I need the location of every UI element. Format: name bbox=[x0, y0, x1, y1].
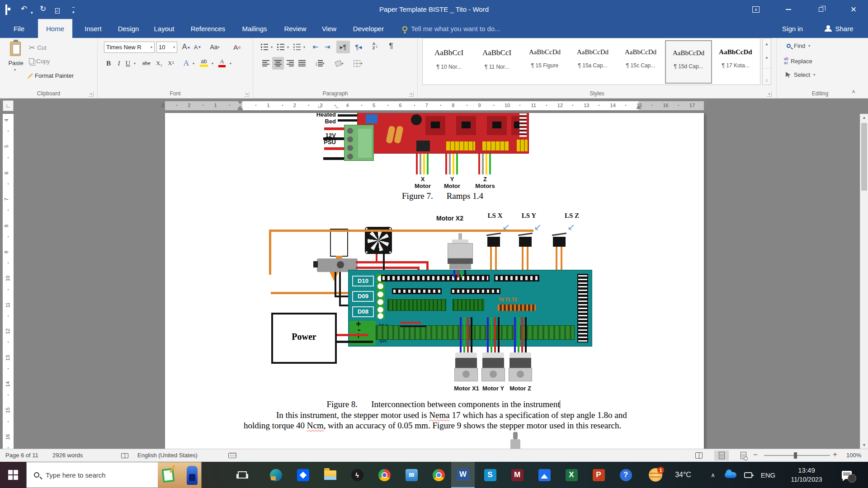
snagit-app[interactable]: S bbox=[478, 462, 502, 488]
tab-home[interactable]: Home bbox=[38, 19, 72, 38]
paragraph-dialog-launcher-icon[interactable]: ↘ bbox=[409, 92, 414, 97]
font-color-button[interactable]: A bbox=[217, 57, 227, 68]
weather-icon[interactable]: 1 bbox=[646, 462, 665, 488]
edge-app[interactable] bbox=[264, 462, 288, 488]
right-to-left-paragraph-button[interactable]: ¶◂ bbox=[352, 41, 365, 53]
tab-design[interactable]: Design bbox=[114, 19, 143, 38]
tab-mailings[interactable]: Mailings bbox=[236, 19, 273, 38]
figure7-caption[interactable]: Figure 7.Ramps 1.4 bbox=[244, 191, 642, 201]
notification-center-button[interactable] bbox=[835, 462, 858, 488]
show-paragraph-marks-button[interactable]: ¶ bbox=[385, 41, 397, 52]
bold-button[interactable]: B bbox=[104, 58, 113, 69]
taskbar-search-box[interactable]: Type here to search bbox=[26, 462, 202, 488]
macro-record-icon[interactable] bbox=[228, 453, 236, 460]
lightning-app[interactable]: ϟ bbox=[345, 462, 369, 488]
highlight-dropdown-icon[interactable]: ▾ bbox=[210, 58, 215, 69]
bullets-button[interactable] bbox=[259, 42, 269, 52]
scrollbar-thumb[interactable] bbox=[861, 123, 867, 191]
m-app[interactable]: M bbox=[505, 462, 529, 488]
select-button[interactable]: Select▾ bbox=[786, 71, 815, 78]
close-button[interactable]: × bbox=[839, 0, 868, 19]
replace-button[interactable]: abac Replace bbox=[784, 57, 812, 65]
first-line-indent-marker[interactable] bbox=[237, 101, 243, 104]
subscript-button[interactable]: X₂ bbox=[154, 58, 165, 69]
clipboard-dialog-launcher-icon[interactable]: ↘ bbox=[89, 92, 94, 97]
tab-view[interactable]: View bbox=[317, 19, 341, 38]
change-case-button[interactable]: Aa▾ bbox=[208, 42, 222, 52]
sort-button[interactable]: AZ ↓ bbox=[369, 41, 382, 52]
style-17-kota[interactable]: AaBbCcDd¶ 17 Kota... bbox=[713, 40, 758, 84]
temperature-label[interactable]: 34°C bbox=[669, 462, 697, 488]
ribbon-display-options-icon[interactable]: ∧ bbox=[741, 0, 770, 19]
underline-button[interactable]: U bbox=[124, 58, 132, 69]
clock-tray-button[interactable]: 13:49 11/10/2023 bbox=[780, 462, 833, 488]
increase-indent-button[interactable]: ⇥ bbox=[322, 42, 333, 52]
font-size-select[interactable]: 10▾ bbox=[156, 42, 177, 53]
numbering-button[interactable] bbox=[276, 42, 286, 52]
decrease-indent-button[interactable]: ⇤ bbox=[310, 42, 321, 52]
format-painter-button[interactable]: Format Painter bbox=[27, 72, 74, 79]
styles-dialog-launcher-icon[interactable]: ↘ bbox=[767, 92, 772, 97]
shrink-font-button[interactable]: A▼ bbox=[193, 42, 203, 52]
powerpoint-app[interactable]: P bbox=[587, 462, 610, 488]
style-11-normal[interactable]: AaBbCcI¶ 11 Nor... bbox=[473, 40, 520, 84]
styles-scroll-down-icon[interactable]: ▼ bbox=[763, 46, 771, 60]
language-tray-button[interactable]: ENG bbox=[758, 462, 778, 488]
clear-formatting-button[interactable]: A◆ bbox=[231, 42, 243, 52]
print-layout-button[interactable] bbox=[714, 450, 729, 460]
style-15-figure[interactable]: AaBbCcDd¶ 15 Figure bbox=[521, 40, 568, 84]
word-count[interactable]: 2926 words bbox=[52, 452, 83, 459]
body-text-line2[interactable]: holding torque 40 Ncm, with an accuracy … bbox=[244, 421, 700, 431]
language-indicator[interactable]: English (United States) bbox=[137, 452, 198, 459]
help-app[interactable]: ? bbox=[614, 462, 637, 488]
tab-references[interactable]: References bbox=[187, 19, 229, 38]
grow-font-button[interactable]: A▲ bbox=[181, 42, 192, 52]
document-page[interactable]: Heated Bed 12V PSU bbox=[165, 113, 704, 449]
start-button[interactable] bbox=[0, 462, 26, 488]
figure9-image-partial[interactable] bbox=[509, 432, 522, 449]
multilevel-dropdown-icon[interactable]: ▾ bbox=[302, 42, 307, 52]
shading-button[interactable]: ▾ bbox=[333, 58, 346, 69]
tab-layout[interactable]: Layout bbox=[149, 19, 179, 38]
styles-more-icon[interactable]: ⍗ bbox=[763, 68, 771, 83]
style-10-normal[interactable]: AaBbCcI¶ 10 Nor... bbox=[425, 40, 472, 84]
web-layout-button[interactable] bbox=[736, 450, 750, 460]
collapse-ribbon-icon[interactable]: ∧ bbox=[852, 89, 855, 94]
zoom-in-button[interactable]: + bbox=[833, 450, 837, 459]
word-app-active[interactable]: W bbox=[451, 462, 475, 488]
proofing-icon[interactable] bbox=[121, 453, 128, 460]
underline-dropdown-icon[interactable]: ▾ bbox=[132, 58, 137, 69]
font-dialog-launcher-icon[interactable]: ↘ bbox=[244, 92, 249, 97]
align-left-button[interactable] bbox=[260, 58, 271, 69]
figure8-caption[interactable]: Figure 8.Interconnection between compone… bbox=[244, 399, 643, 409]
vertical-scrollbar[interactable]: ▲ ▼ bbox=[860, 114, 868, 449]
photos-app[interactable] bbox=[533, 462, 556, 488]
share-button[interactable]: Share bbox=[816, 19, 862, 38]
ruler-horizontal[interactable]: ∟ ∟ 3211234567891011121314151617 bbox=[165, 101, 704, 110]
styles-scroll-up-icon[interactable]: ▲ bbox=[763, 38, 771, 46]
zoom-out-button[interactable]: − bbox=[753, 450, 758, 460]
paste-dropdown-icon[interactable]: ▾ bbox=[14, 68, 16, 72]
scroll-down-icon[interactable]: ▼ bbox=[860, 443, 868, 447]
numbering-dropdown-icon[interactable]: ▾ bbox=[286, 42, 290, 52]
highlight-button[interactable]: ab bbox=[198, 57, 210, 68]
figure7-image[interactable]: Heated Bed 12V PSU bbox=[314, 113, 540, 189]
font-family-select[interactable]: Times New R▾ bbox=[104, 42, 155, 53]
tab-review[interactable]: Review bbox=[280, 19, 310, 38]
tab-stop-marker[interactable]: ∟ bbox=[335, 104, 340, 109]
paste-button[interactable]: Paste ▾ bbox=[5, 41, 26, 84]
strikethrough-button[interactable]: abe bbox=[140, 58, 153, 69]
borders-button[interactable]: ▾ bbox=[351, 58, 365, 69]
task-view-button[interactable] bbox=[231, 462, 254, 488]
superscript-button[interactable]: X² bbox=[165, 58, 176, 69]
text-effects-dropdown-icon[interactable]: ▾ bbox=[191, 58, 196, 69]
copy-button[interactable]: Copy bbox=[29, 58, 50, 65]
sign-in-button[interactable]: Sign in bbox=[778, 19, 807, 38]
align-right-button[interactable] bbox=[285, 58, 296, 69]
tab-file[interactable]: File bbox=[7, 19, 31, 38]
italic-button[interactable]: I bbox=[115, 58, 123, 69]
style-15a-caption[interactable]: AaBbCcDd¶ 15a Cap... bbox=[569, 40, 616, 84]
chrome-app[interactable] bbox=[427, 462, 450, 488]
align-center-button[interactable] bbox=[272, 57, 284, 70]
justify-button[interactable] bbox=[297, 58, 307, 69]
